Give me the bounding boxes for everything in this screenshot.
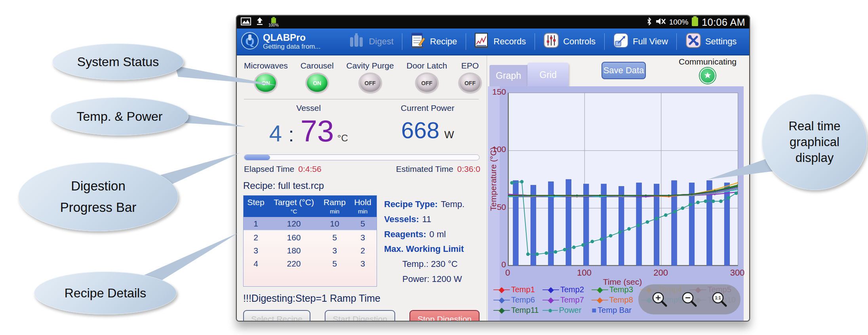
nav-divider [402,33,402,50]
legend-item: ─◆─Temp6 [493,295,542,305]
callout-text: Temp. & Power [77,107,163,126]
legend-label: Temp6 [511,295,535,305]
current-power-readout: 668 W [374,117,481,143]
callout-realtime-graph: Real timegraphicaldisplay [762,94,867,190]
battery-icon [691,16,699,28]
legend-item: ─◆─Temp3 [592,285,641,294]
nav-item-label: Recipe [430,36,457,47]
y-tick-label: 0 [489,260,506,269]
legend-item: ─◆─Temp11 [493,305,542,315]
recipe-icon [411,32,426,51]
settings-icon [685,32,701,51]
vessels-icon [349,32,365,51]
toggle-button-microwaves[interactable]: ON [255,74,276,92]
annotated-screenshot: System Status Temp. & Power DigestionPro… [0,0,868,335]
full-view-icon [613,32,629,51]
legend-marker: ─◆─ [493,295,510,305]
toggle-button-cavity-purge[interactable]: OFF [360,74,381,92]
android-status-bar: 100% 100% 10:06 AM [237,16,749,29]
elapsed-time-label: Elapsed Time [244,164,294,174]
zoom-in-button[interactable] [651,291,668,308]
callout-recipe-details: Recipe Details [34,272,177,314]
save-data-button[interactable]: Save Data [602,62,646,79]
table-cell: 5 [320,257,350,270]
table-cell: 220 [268,257,320,270]
volume-percent-label: 100% [669,18,689,27]
table-row[interactable]: 318032 [244,244,377,257]
graph-panel: GraphGrid Save Data Communicating Temper… [487,55,749,321]
toggle-microwaves: MicrowavesON [244,61,288,92]
legend-label: Temp11 [511,306,539,315]
zoom-out-button[interactable] [681,291,698,308]
legend-label: Power [559,306,581,315]
legend-item: ─●─Power [542,306,592,315]
y-axis-title: Temperature (°C) [489,147,498,211]
table-cell: 10 [320,217,350,230]
svg-text:1:1: 1:1 [715,296,721,300]
nav-items: DigestRecipeRecordsControlsFull ViewSett… [341,32,745,51]
nav-item-label: Digest [369,36,393,47]
legend-label: Temp8 [609,295,633,305]
vessel-temperature: 73 [301,114,334,148]
toggle-button-carousel[interactable]: ON [307,74,327,92]
toggle-epo: EPOOFF [460,61,480,92]
table-cell: 4 [244,257,268,270]
callout-text: Real time [789,118,841,134]
zoom-reset-button[interactable]: 1:1 [711,291,728,308]
tab-graph[interactable]: Graph [489,65,527,86]
estimated-time-label: Estimated Time [396,164,453,174]
y-tick-label: 150 [489,87,506,97]
tab-grid[interactable]: Grid [527,63,569,87]
table-cell: 3 [320,244,350,257]
recipe-table-header: StepTarget (°C)°CRampminHoldmin [244,196,377,217]
callout-system-status: System Status [52,44,184,80]
nav-divider [535,33,535,50]
action-buttons: Select RecipeStart DigestionStop Digesti… [243,310,481,322]
nav-item-settings[interactable]: Settings [685,32,737,51]
nav-item-label: Controls [563,36,596,47]
stop-digestion-button[interactable]: Stop Digestion [409,310,480,322]
nav-item-label: Full View [633,36,668,47]
bluetooth-icon [646,17,652,28]
start-digestion-button[interactable]: Start Digestion [325,310,395,322]
callout-text: Digestion [71,175,126,197]
nav-item-full-view[interactable]: Full View [613,32,668,51]
toggle-button-epo[interactable]: OFF [460,74,480,92]
nav-item-digest[interactable]: Digest [349,32,393,51]
vessel-number: 4 [269,120,282,146]
nav-item-records[interactable]: Records [474,32,526,51]
callout-digestion-progress: DigestionProgress Bar [18,162,178,231]
recipe-steps-table: StepTarget (°C)°CRampminHoldmin112010521… [243,195,377,287]
recipe-detail-line: Power: 1200 W [384,272,467,287]
recipe-detail-line: Max. Working Limit [384,242,467,257]
communicating-label: Communicating [679,57,737,67]
temp-power-readouts: Vessel 4 : 73 °C Current Power 668 W [243,103,481,148]
toggle-label: Microwaves [244,61,288,70]
qlabpro-logo-icon: Q [241,32,259,51]
zoom-controls: 1:1 [638,284,740,314]
y-tick-label: 100 [489,145,506,154]
select-recipe-button[interactable]: Select Recipe [243,310,310,322]
legend-label: Temp2 [560,285,584,294]
recipe-detail-line: Reagents:0 ml [384,227,467,242]
nav-divider [676,33,677,50]
legend-item: ─◆─Temp2 [542,285,592,294]
recipe-table-header-cell: Step [244,198,268,215]
vessel-temp-readout: 4 : 73 °C [243,114,374,148]
nav-divider [604,33,605,50]
battery-percent-label: 100% [268,23,279,27]
power-unit: W [444,129,454,141]
nav-item-recipe[interactable]: Recipe [411,32,457,51]
toggle-button-door-latch[interactable]: OFF [417,74,437,92]
table-row[interactable]: 216053 [244,231,377,244]
nav-item-label: Settings [705,36,737,47]
table-row[interactable]: 1120105 [244,217,377,231]
table-row[interactable]: 422053 [244,257,377,270]
chart-panel: Temperature (°C) 050100150 0100200300 Ti… [488,86,744,321]
gallery-icon [241,17,251,27]
tablet-screen: 100% 100% 10:06 AM Q [236,15,750,322]
clock: 10:06 AM [702,17,745,28]
nav-item-controls[interactable]: Controls [543,32,596,51]
callout-text: Progress Bar [60,197,137,218]
legend-marker: ─◆─ [542,285,559,294]
